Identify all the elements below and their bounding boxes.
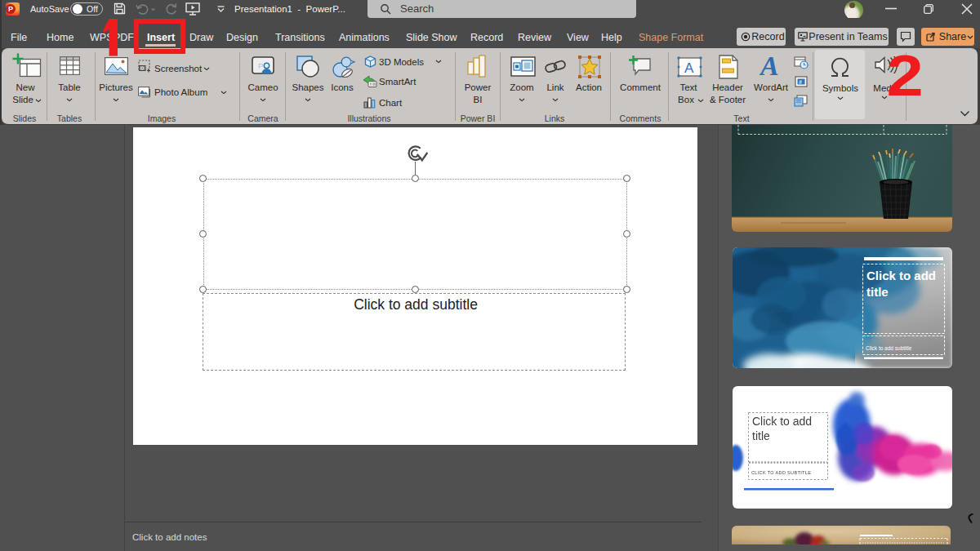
svg-text:P: P [258, 62, 263, 70]
svg-text:title: title [752, 429, 770, 442]
svg-text:CLICK TO ADD SUBTITLE: CLICK TO ADD SUBTITLE [751, 470, 811, 475]
svg-text:#: # [799, 79, 802, 85]
svg-text:title: title [866, 285, 889, 299]
svg-text:A: A [684, 60, 694, 76]
svg-text:Click to add subtitle: Click to add subtitle [866, 345, 912, 351]
svg-text:Click to add: Click to add [752, 415, 812, 428]
svg-text:A: A [760, 53, 779, 78]
svg-text:Click to add: Click to add [866, 269, 936, 282]
